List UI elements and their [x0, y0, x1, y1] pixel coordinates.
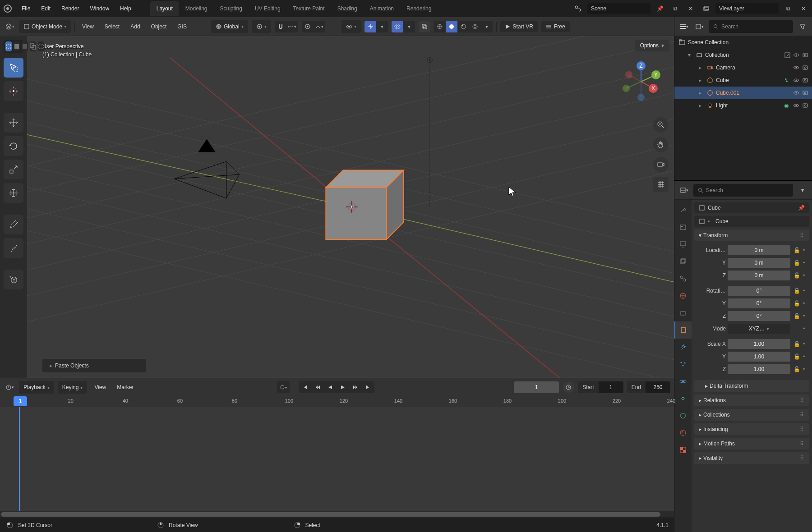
shading-options[interactable]: ▾ — [481, 21, 493, 32]
shading-rendered[interactable] — [469, 21, 481, 32]
lock-icon[interactable]: 🔓 — [792, 300, 801, 307]
transform-orientation-dropdown[interactable]: Global ▾ — [211, 20, 248, 33]
properties-editor-type-icon[interactable]: ▾ — [678, 185, 690, 196]
eye-icon[interactable] — [792, 89, 800, 97]
shading-material[interactable] — [457, 21, 469, 32]
play-button[interactable] — [337, 381, 349, 393]
select-extend-mode[interactable] — [14, 41, 20, 51]
pin-icon[interactable]: 📌 — [798, 205, 805, 211]
timeline-marker-menu[interactable]: Marker — [113, 382, 137, 392]
menu-file[interactable]: File — [16, 3, 36, 14]
scale-x-field[interactable]: 1.00 — [728, 339, 790, 349]
xray-toggle[interactable] — [419, 21, 430, 32]
end-frame-field[interactable]: 250 — [646, 381, 670, 393]
panel-visibility[interactable]: ▸Visibility⠿ — [694, 452, 809, 464]
overlay-options[interactable]: ▾ — [403, 21, 415, 32]
use-preview-range-toggle[interactable] — [563, 382, 574, 393]
render-icon[interactable] — [801, 64, 809, 72]
lock-icon[interactable]: 🔓 — [792, 272, 801, 279]
chevron-right-icon[interactable]: ▸ — [696, 76, 704, 84]
keyframe-dot[interactable]: • — [803, 288, 807, 294]
operator-toast[interactable]: ▸ Paste Objects — [42, 359, 146, 372]
tab-sculpting[interactable]: Sculpting — [214, 1, 249, 16]
scale-y-field[interactable]: 1.00 — [728, 352, 790, 362]
tree-scene-collection[interactable]: Scene Collection — [674, 36, 812, 49]
scene-name-field[interactable]: Scene — [587, 3, 651, 14]
shading-solid[interactable] — [446, 21, 457, 32]
jump-next-key-button[interactable] — [349, 381, 362, 393]
keyframe-dot[interactable]: • — [803, 247, 807, 253]
interaction-mode-dropdown[interactable]: Object Mode ▾ — [19, 20, 71, 33]
menu-window[interactable]: Window — [84, 3, 115, 14]
timeline-playback-menu[interactable]: Playback▾ — [19, 381, 54, 394]
lock-icon[interactable]: 🔓 — [792, 247, 801, 253]
rotation-x-field[interactable]: 0° — [728, 286, 790, 296]
jump-end-button[interactable] — [362, 381, 374, 393]
start-vr-button[interactable]: Start VR — [500, 21, 538, 32]
start-frame-field[interactable]: 1 — [599, 381, 623, 393]
properties-search[interactable]: Search — [693, 184, 793, 197]
tool-scale[interactable] — [4, 160, 23, 179]
viewport-3d[interactable]: User Perspective (1) Collection | Cube O… — [27, 36, 674, 378]
snap-options[interactable]: ▾ — [286, 21, 298, 32]
select-box-mode[interactable] — [5, 41, 12, 51]
tool-add-cube[interactable] — [4, 270, 23, 289]
panel-transform-header[interactable]: ▾Transform⠿ — [694, 229, 809, 241]
outliner-tree[interactable]: Scene Collection ▾ Collection ▸ Camera — [674, 36, 812, 180]
scene-new-icon[interactable]: ⧉ — [669, 3, 681, 14]
ptab-particles[interactable] — [674, 356, 692, 373]
viewport-menu-view[interactable]: View — [78, 22, 97, 32]
render-icon[interactable] — [801, 76, 809, 84]
keyframe-dot[interactable]: • — [803, 260, 807, 266]
ptab-modifiers[interactable] — [674, 339, 692, 356]
viewport-menu-object[interactable]: Object — [148, 22, 171, 32]
tree-collection[interactable]: ▾ Collection — [674, 49, 812, 61]
viewport-menu-select[interactable]: Select — [101, 22, 123, 32]
gizmo-options[interactable]: ▾ — [376, 21, 388, 32]
panel-delta-transform[interactable]: ▸Delta Transform — [694, 380, 809, 392]
panel-relations[interactable]: ▸Relations⠿ — [694, 394, 809, 406]
tree-item-cube001[interactable]: ▸ Cube.001 — [674, 87, 812, 99]
shading-wireframe[interactable] — [434, 21, 446, 32]
menu-edit[interactable]: Edit — [36, 3, 56, 14]
playhead[interactable]: 1 — [19, 407, 20, 511]
zoom-button[interactable] — [653, 117, 669, 133]
jump-prev-key-button[interactable] — [311, 381, 324, 393]
timeline-tracks[interactable]: 1 — [0, 407, 674, 511]
render-icon[interactable] — [801, 89, 809, 97]
select-intersect-mode[interactable] — [30, 41, 36, 51]
snap-toggle[interactable] — [275, 21, 286, 32]
tree-item-camera[interactable]: ▸ Camera — [674, 61, 812, 74]
tab-layout[interactable]: Layout — [150, 1, 179, 16]
viewport-menu-gis[interactable]: GIS — [174, 22, 190, 32]
proportional-toggle[interactable] — [302, 21, 314, 32]
keyframe-dot[interactable]: • — [803, 300, 807, 307]
render-icon[interactable] — [801, 101, 809, 110]
keyframe-dot[interactable]: • — [803, 341, 807, 347]
jump-start-button[interactable] — [299, 381, 311, 393]
viewlayer-new-icon[interactable]: ⧉ — [782, 3, 794, 14]
chevron-down-icon[interactable]: ▾ — [685, 51, 693, 59]
editor-type-icon[interactable]: ▾ — [4, 21, 15, 32]
keyframe-dot[interactable]: • — [803, 366, 807, 372]
viewlayer-browse-icon[interactable] — [700, 3, 712, 14]
timeline-editor-type-icon[interactable]: ▾ — [4, 382, 15, 393]
checkbox-icon[interactable] — [783, 51, 791, 59]
ptab-material[interactable] — [674, 424, 692, 441]
timeline-scrollbar[interactable] — [0, 511, 674, 518]
ptab-viewlayer[interactable] — [674, 253, 692, 270]
rotation-mode-dropdown[interactable]: XYZ…▾ — [728, 324, 790, 334]
scene-browse-icon[interactable] — [572, 3, 584, 14]
overlay-toggle[interactable] — [392, 21, 403, 32]
tree-item-cube[interactable]: ▸ Cube ↯ — [674, 74, 812, 87]
visibility-dropdown[interactable]: ▾ — [341, 20, 361, 33]
proportional-falloff[interactable]: ▾ — [314, 21, 325, 32]
ptab-texture[interactable] — [674, 441, 692, 459]
ptab-world[interactable] — [674, 287, 692, 304]
tab-animation[interactable]: Animation — [364, 1, 400, 16]
keyframe-dot[interactable]: • — [803, 272, 807, 279]
lock-icon[interactable]: 🔓 — [792, 313, 801, 319]
tool-move[interactable] — [4, 113, 23, 133]
tool-annotate[interactable] — [4, 215, 23, 234]
tool-cursor[interactable] — [4, 81, 23, 101]
